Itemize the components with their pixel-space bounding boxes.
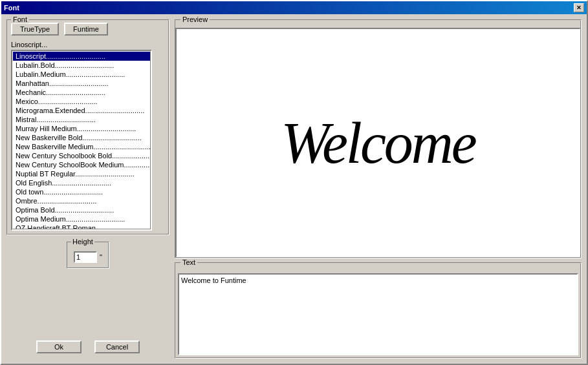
ok-button[interactable]: Ok xyxy=(36,340,82,353)
text-label: Text xyxy=(180,258,197,266)
font-list-item[interactable]: OZ Handicraft BT Roman..................… xyxy=(13,224,150,229)
font-list-item[interactable]: Lubalin.Medium..........................… xyxy=(13,70,150,79)
font-group-label: Font xyxy=(11,16,29,23)
font-list-item[interactable]: Mistral.............................. xyxy=(13,115,150,124)
font-list-item[interactable]: Ombre.............................. xyxy=(13,196,150,205)
font-list-item[interactable]: New Century SchoolBook Medium...........… xyxy=(13,160,150,169)
right-panel: Preview Welcome Text xyxy=(175,19,582,359)
preview-label: Preview xyxy=(180,16,210,23)
height-group-outer: Height " xyxy=(67,242,109,269)
font-list-item[interactable]: Micrograma.Extended.....................… xyxy=(13,106,150,115)
dialog-buttons: Ok Cancel xyxy=(6,335,169,359)
preview-group-outer: Preview Welcome xyxy=(175,19,582,258)
font-list-item[interactable]: New Century Schoolbook Bold.............… xyxy=(13,151,150,160)
font-list-item[interactable]: New Baskerville Medium..................… xyxy=(13,142,150,151)
cancel-button[interactable]: Cancel xyxy=(94,340,140,353)
font-list-item[interactable]: Mechanic.............................. xyxy=(13,88,150,97)
height-unit: " xyxy=(100,253,102,261)
font-list-item[interactable]: New Baskerville Bold....................… xyxy=(13,133,150,142)
font-listbox[interactable]: Linoscript..............................… xyxy=(12,51,151,229)
linoscript-label: Linoscript... xyxy=(11,41,165,48)
window-title: Font xyxy=(4,4,19,12)
height-input[interactable] xyxy=(74,251,97,263)
preview-content: Welcome xyxy=(175,28,581,258)
font-list-item[interactable]: Manhattan.............................. xyxy=(13,79,150,88)
left-panel: Font TrueType Funtime Linoscript... Lino… xyxy=(6,19,169,359)
height-section: Height " xyxy=(6,242,169,269)
font-listbox-container: Linoscript..............................… xyxy=(11,50,152,231)
title-bar: Font ✕ xyxy=(1,1,587,14)
title-bar-controls: ✕ xyxy=(574,3,584,12)
close-button[interactable]: ✕ xyxy=(574,3,584,12)
window-content: Font TrueType Funtime Linoscript... Lino… xyxy=(1,14,587,364)
font-dialog: Font ✕ Font TrueType Funtime Linoscript.… xyxy=(0,0,588,365)
font-list-item[interactable]: Murray Hill Medium......................… xyxy=(13,124,150,133)
preview-text: Welcome xyxy=(281,110,475,176)
font-buttons: TrueType Funtime xyxy=(11,23,165,36)
font-list-item[interactable]: Linoscript.............................. xyxy=(13,52,150,61)
title-bar-title: Font xyxy=(4,4,19,12)
height-label: Height xyxy=(71,238,94,245)
truetype-button[interactable]: TrueType xyxy=(11,23,59,36)
font-name-button[interactable]: Funtime xyxy=(64,23,108,36)
font-list-item[interactable]: Old town.............................. xyxy=(13,187,150,196)
font-list-item[interactable]: Optima Bold.............................… xyxy=(13,205,150,214)
font-list-item[interactable]: Nuptial BT Regular......................… xyxy=(13,169,150,178)
font-list-item[interactable]: Lubalin.Bold............................… xyxy=(13,61,150,70)
font-group-outer: Font TrueType Funtime Linoscript... Lino… xyxy=(6,19,169,235)
font-list-item[interactable]: Optima Medium...........................… xyxy=(13,214,150,224)
font-list-item[interactable]: Old English.............................… xyxy=(13,178,150,187)
text-input[interactable] xyxy=(178,273,578,355)
text-group-outer: Text xyxy=(175,262,582,359)
font-list-item[interactable]: Mexico.............................. xyxy=(13,97,150,106)
